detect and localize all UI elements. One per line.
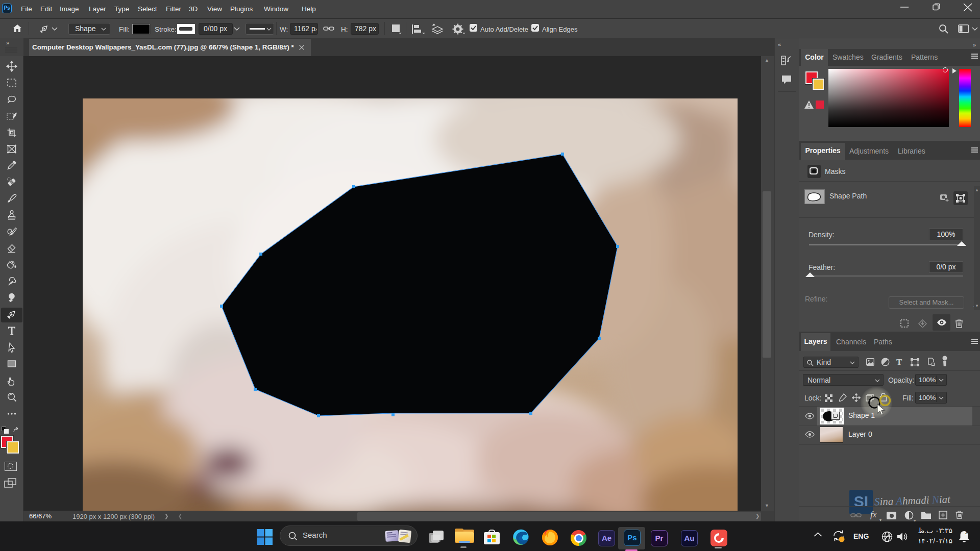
svg-text:z: z [965, 530, 968, 535]
